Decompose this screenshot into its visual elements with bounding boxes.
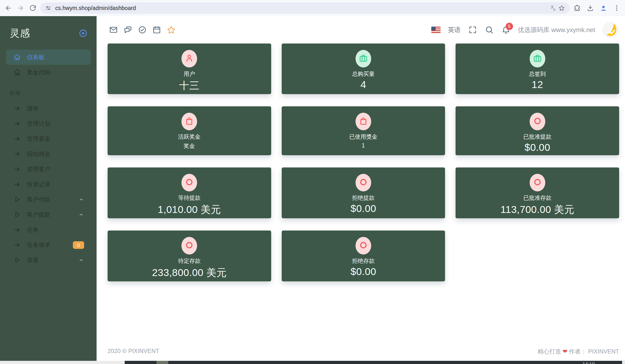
download-icon[interactable]	[585, 3, 595, 13]
sidebar-item-label: 管理基金	[27, 135, 50, 143]
sidebar-item-滑块[interactable]: 滑块	[6, 101, 91, 116]
menu-kebab-icon[interactable]	[612, 3, 622, 13]
sidebar-item-任务[interactable]: 任务	[6, 222, 91, 237]
url-text[interactable]: cs.hwym.shop/admin/dashboard	[55, 5, 546, 11]
calendar-button[interactable]	[152, 25, 161, 34]
stat-value: $0.00	[456, 142, 619, 153]
avatar[interactable]	[602, 22, 619, 38]
ring-icon	[533, 117, 542, 126]
stat-value: $0.00	[282, 266, 445, 277]
sidebar-item-设置[interactable]: 设置	[6, 252, 91, 268]
search-button[interactable]	[485, 25, 494, 34]
stat-card: 活跃奖金奖金	[108, 106, 271, 155]
arrow-right-icon	[13, 105, 21, 112]
back-button[interactable]	[3, 3, 13, 13]
sidebar-item-任务请求[interactable]: 任务请求0	[6, 237, 91, 252]
stat-label: 待定存款	[108, 257, 271, 265]
sidebar-item-管理基金[interactable]: 管理基金	[6, 131, 91, 147]
sidebar-item-投资记录[interactable]: 投资记录	[6, 177, 91, 192]
sidebar-item-奖金代码[interactable]: 奖金代码	[6, 65, 91, 80]
sidebar-item-label: 客户提款	[27, 211, 50, 218]
taskbar-app-button[interactable]	[156, 361, 168, 364]
stat-card: 拒绝提款$0.00	[282, 167, 445, 218]
extensions-icon[interactable]	[572, 3, 582, 13]
sidebar-item-label: 滑块	[27, 105, 39, 113]
site-settings-icon[interactable]	[44, 4, 52, 12]
heart-icon: ❤	[561, 348, 569, 355]
browser-toolbar: cs.hwym.shop/admin/dashboard 文A	[0, 0, 625, 16]
sidebar-item-管理计划[interactable]: 管理计划	[6, 116, 91, 131]
stat-card: 总购买量4	[282, 43, 445, 94]
arrow-right-icon	[13, 150, 21, 158]
credits-text: 精心打造❤作者： PIXINVENT	[538, 348, 619, 355]
stat-card: 已使用獎金1	[282, 106, 445, 155]
sidebar-toggle-icon[interactable]	[78, 29, 88, 38]
stat-value: 十三	[108, 79, 271, 92]
profile-icon[interactable]	[599, 3, 608, 13]
count-badge: 0	[73, 241, 84, 249]
stat-label: 用户	[108, 70, 271, 78]
brand-logo: 灵感	[10, 26, 30, 40]
sidebar-item-label: 任务	[27, 226, 39, 234]
shopping-bag-icon	[185, 117, 194, 126]
stat-card: 总签到12	[456, 43, 619, 94]
maximize-button[interactable]	[468, 25, 477, 34]
main-content: 英语 5 优选源码库 www.yxymk.net 用户十三总购买量4总签到12活…	[96, 16, 625, 361]
promo-link[interactable]: 优选源码库 www.yxymk.net	[518, 26, 595, 34]
language-selector[interactable]: 英语	[448, 26, 461, 34]
copyright-text: 2020 © PIXINVENT	[108, 348, 159, 355]
us-flag-icon[interactable]	[431, 27, 441, 33]
stats-cards-grid: 用户十三总购买量4总签到12活跃奖金奖金已使用獎金1已批准提款$0.00等待提款…	[108, 43, 619, 281]
translate-icon[interactable]: 文A	[549, 4, 558, 12]
sidebar-item-label: 客户付款	[27, 196, 50, 203]
arrow-right-icon	[13, 120, 21, 127]
star-button[interactable]	[166, 25, 176, 34]
stat-label: 总购买量	[282, 70, 445, 78]
sidebar-item-回扣佣金[interactable]: 回扣佣金	[6, 147, 91, 162]
home-icon	[13, 54, 21, 61]
stat-label: 总签到	[456, 70, 619, 78]
sidebar-item-label: 管理客户	[27, 165, 50, 173]
chevron-up-icon	[78, 257, 84, 263]
stat-label: 拒绝提款	[282, 194, 445, 202]
sidebar-item-客户提款[interactable]: 客户提款	[6, 207, 91, 222]
stat-icon-circle	[182, 113, 197, 130]
arrow-right-icon	[13, 226, 21, 234]
url-bar[interactable]: cs.hwym.shop/admin/dashboard 文A	[40, 2, 570, 14]
forward-button[interactable]	[16, 3, 26, 13]
reload-button[interactable]	[28, 3, 38, 13]
footer: 2020 © PIXINVENT 精心打造❤作者： PIXINVENT	[108, 348, 619, 355]
sidebar-item-管理客户[interactable]: 管理客户	[6, 162, 91, 177]
sidebar-item-label: 回扣佣金	[27, 150, 50, 158]
stat-icon-circle	[530, 113, 545, 130]
horizontal-scrollbar[interactable]	[0, 361, 125, 364]
sidebar-item-仪表板[interactable]: 仪表板	[6, 50, 91, 65]
ring-icon	[533, 178, 542, 187]
check-circle-button[interactable]	[138, 25, 147, 34]
ring-icon	[185, 241, 194, 251]
stat-label: 活跃奖金	[108, 133, 271, 141]
sidebar-item-客户付款[interactable]: 客户付款	[6, 192, 91, 207]
mail-button[interactable]	[109, 25, 118, 34]
shopping-bag-icon	[359, 117, 368, 126]
stat-label: 等待提款	[108, 194, 271, 202]
sidebar-item-label: 投资记录	[27, 181, 50, 188]
chat-button[interactable]	[123, 25, 132, 34]
stat-value: 12	[456, 79, 619, 91]
arrow-right-icon	[13, 241, 21, 249]
arrow-right-icon	[13, 165, 21, 173]
notification-badge: 5	[506, 23, 513, 30]
stat-value: 奖金	[108, 142, 271, 150]
briefcase-icon	[533, 54, 542, 63]
stat-label: 已批准存款	[456, 194, 619, 202]
menu-section-label: 应用	[6, 87, 91, 99]
play-outline-icon	[13, 196, 21, 203]
taskbar-strip: 14:10	[0, 361, 625, 364]
notifications-button[interactable]: 5	[501, 25, 511, 34]
sidebar-menu: 仪表板奖金代码应用滑块管理计划管理基金回扣佣金管理客户投资记录客户付款客户提款任…	[0, 50, 96, 268]
play-outline-icon	[13, 256, 21, 264]
bookmark-star-icon[interactable]	[558, 4, 566, 12]
sidebar-item-label: 设置	[27, 256, 39, 264]
topbar: 英语 5 优选源码库 www.yxymk.net	[96, 16, 625, 43]
stat-value: $0.00	[282, 203, 445, 214]
